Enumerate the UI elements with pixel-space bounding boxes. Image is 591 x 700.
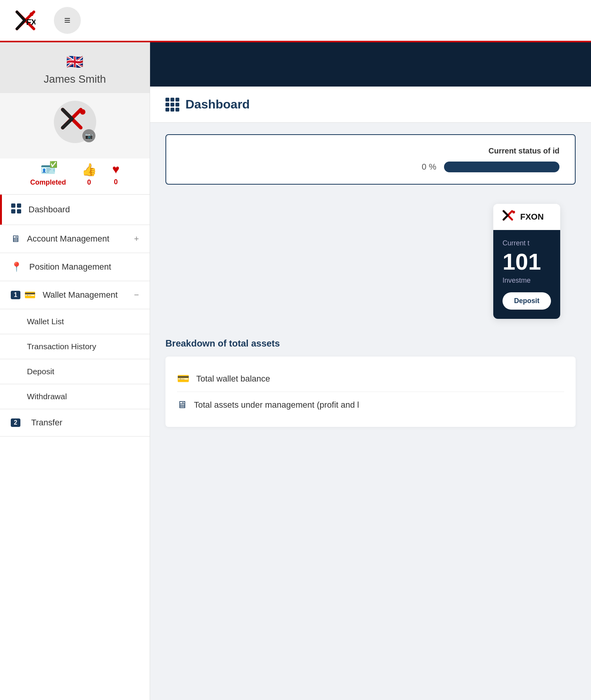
dashboard-title-area: Dashboard bbox=[150, 87, 591, 123]
flag-icon: 🇬🇧 bbox=[8, 54, 142, 70]
card-actions: Deposit bbox=[503, 292, 551, 310]
logo-icon: FXON bbox=[15, 10, 35, 30]
wallet-badge: 1 bbox=[11, 291, 20, 299]
wallet-icon: 💳 bbox=[24, 290, 36, 300]
page-title: Dashboard bbox=[185, 97, 250, 112]
sidebar: 🇬🇧 James Smith 📷 bbox=[0, 42, 150, 700]
svg-rect-14 bbox=[17, 209, 21, 213]
main-layout: 🇬🇧 James Smith 📷 bbox=[0, 42, 591, 700]
sidebar-item-transfer[interactable]: 2 Transfer bbox=[0, 409, 150, 437]
wallet-management-label: Wallet Management bbox=[43, 290, 134, 300]
withdrawal-label: Withdrawal bbox=[27, 392, 67, 401]
sidebar-item-transaction-history[interactable]: Transaction History bbox=[0, 334, 150, 359]
top-header: FXON ≡ bbox=[0, 0, 591, 42]
expand-icon: + bbox=[134, 234, 139, 244]
sidebar-item-position-management[interactable]: 📍 Position Management bbox=[0, 253, 150, 281]
card-investment-label: Investme bbox=[503, 277, 551, 285]
sidebar-item-wallet-management[interactable]: 1 💳 Wallet Management − bbox=[0, 281, 150, 309]
sidebar-item-dashboard[interactable]: Dashboard bbox=[0, 195, 150, 225]
fxon-card: FXON Current t 101 Investme Deposit bbox=[493, 204, 560, 319]
stat-favorites: ♥ 0 bbox=[112, 162, 120, 187]
sidebar-item-withdrawal[interactable]: Withdrawal bbox=[0, 384, 150, 409]
svg-text:FXON: FXON bbox=[26, 17, 35, 27]
svg-point-10 bbox=[80, 109, 85, 115]
main-content: Dashboard Current status of id 0 % bbox=[150, 42, 591, 700]
heart-icon: ♥ bbox=[112, 162, 120, 177]
breakdown-card: 💳 Total wallet balance 🖥 Total assets un… bbox=[165, 357, 576, 427]
logo-area: FXON bbox=[15, 10, 38, 30]
breakdown-section: Breakdown of total assets 💳 Total wallet… bbox=[165, 338, 576, 427]
svg-point-4 bbox=[30, 12, 33, 16]
transfer-label: Transfer bbox=[31, 418, 139, 428]
fxon-card-title: FXON bbox=[520, 212, 544, 222]
svg-line-3 bbox=[17, 20, 25, 29]
avatar-section: 📷 bbox=[0, 93, 150, 158]
collapse-icon: − bbox=[134, 290, 139, 300]
deposit-button[interactable]: Deposit bbox=[503, 292, 551, 310]
hamburger-button[interactable]: ≡ bbox=[54, 7, 81, 34]
assets-label: Total assets under management (profit an… bbox=[194, 400, 359, 410]
completed-label: Completed bbox=[30, 178, 66, 187]
breakdown-title: Breakdown of total assets bbox=[165, 338, 576, 349]
svg-line-9 bbox=[63, 119, 72, 128]
stat-completed: 🪪 ✅ Completed bbox=[30, 162, 66, 187]
stat-likes: 👍 0 bbox=[82, 162, 97, 187]
fxon-card-wrapper: FXON Current t 101 Investme Deposit bbox=[165, 196, 576, 327]
svg-point-19 bbox=[513, 211, 515, 213]
status-card: Current status of id 0 % bbox=[165, 134, 576, 185]
camera-icon: 📷 bbox=[85, 132, 93, 140]
account-management-label: Account Management bbox=[27, 234, 134, 244]
svg-rect-11 bbox=[11, 203, 15, 208]
hamburger-icon: ≡ bbox=[64, 14, 70, 27]
status-title: Current status of id bbox=[182, 147, 559, 155]
thumbs-up-icon: 👍 bbox=[82, 162, 97, 177]
dashboard-label: Dashboard bbox=[28, 205, 139, 215]
wallet-balance-icon: 💳 bbox=[177, 373, 189, 385]
svg-line-8 bbox=[63, 110, 72, 119]
camera-button[interactable]: 📷 bbox=[82, 129, 95, 142]
svg-rect-12 bbox=[17, 203, 21, 208]
svg-line-2 bbox=[17, 12, 25, 20]
favorites-count: 0 bbox=[112, 178, 120, 186]
assets-icon: 🖥 bbox=[177, 399, 187, 411]
sidebar-item-account-management[interactable]: 🖥 Account Management + bbox=[0, 225, 150, 253]
location-icon: 📍 bbox=[11, 262, 22, 272]
sidebar-item-wallet-list[interactable]: Wallet List bbox=[0, 309, 150, 334]
user-name: James Smith bbox=[8, 73, 142, 85]
fxon-card-logo-icon bbox=[503, 210, 516, 224]
wallet-balance-label: Total wallet balance bbox=[196, 374, 270, 384]
wallet-list-label: Wallet List bbox=[27, 317, 64, 326]
transaction-history-label: Transaction History bbox=[27, 342, 96, 351]
card-amount: 101 bbox=[503, 250, 551, 273]
content-header-bar bbox=[150, 42, 591, 87]
user-profile: 🇬🇧 James Smith bbox=[0, 42, 150, 93]
fxon-card-body: Current t 101 Investme Deposit bbox=[493, 230, 560, 319]
monitor-icon: 🖥 bbox=[11, 233, 20, 244]
logo: FXON bbox=[15, 10, 38, 30]
status-bar-row: 0 % bbox=[182, 162, 559, 172]
sidebar-item-deposit[interactable]: Deposit bbox=[0, 359, 150, 384]
breakdown-row-assets: 🖥 Total assets under management (profit … bbox=[177, 392, 564, 418]
breakdown-row-wallet: 💳 Total wallet balance bbox=[177, 366, 564, 392]
dashboard-grid-icon bbox=[165, 98, 179, 112]
likes-count: 0 bbox=[82, 178, 97, 187]
svg-rect-13 bbox=[11, 209, 15, 213]
svg-line-18 bbox=[504, 215, 508, 220]
transfer-badge: 2 bbox=[11, 418, 20, 427]
deposit-label: Deposit bbox=[27, 367, 54, 376]
id-verified-icon: 🪪 ✅ bbox=[40, 162, 56, 177]
avatar-wrapper: 📷 bbox=[54, 101, 96, 143]
status-percent: 0 % bbox=[422, 162, 436, 172]
card-current-label: Current t bbox=[503, 239, 551, 247]
progress-bar-container bbox=[444, 162, 559, 172]
fxon-card-header: FXON bbox=[493, 204, 560, 230]
dashboard-icon bbox=[11, 203, 22, 216]
sidebar-nav: Dashboard 🖥 Account Management + 📍 Posit… bbox=[0, 195, 150, 437]
position-management-label: Position Management bbox=[29, 262, 139, 272]
stats-row: 🪪 ✅ Completed 👍 0 ♥ 0 bbox=[0, 158, 150, 195]
